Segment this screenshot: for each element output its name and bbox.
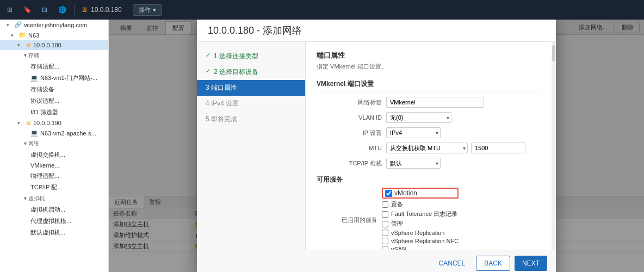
sidebar-vswitch[interactable]: 虚拟交换机... [0,149,108,160]
vcenter-label: vcenter.johnnyfang.com [24,22,87,28]
protocol-adapter-label: 协议适配... [30,97,59,105]
sidebar-default-vm[interactable]: 默认虚拟机... [0,227,108,238]
host-name: 10.0.0.180 [91,6,122,14]
dropdown-icon: ▾ [153,7,156,14]
mtu-value: 从交换机获取 MTU 手动 [386,143,541,153]
actions-label: 操作 [139,6,151,14]
home-icon[interactable]: ⊞ [4,4,15,15]
vm1-label: N63-vm1-门户网站-... [40,74,97,82]
chevron-icon: ▾ [17,120,23,126]
vlan-id-row: VLAN ID 无(0) [317,112,541,123]
sidebar-host-190[interactable]: ▾ 🖥 10.0.0.190 [0,118,108,128]
tcpip-select[interactable]: 默认 [386,158,441,169]
content-area: ▾ 🔗 vcenter.johnnyfang.com ▾ 📁 N63 ▾ 🖥 1… [0,20,644,272]
toolbar-actions: 操作 ▾ [133,4,162,16]
sidebar-io-filter[interactable]: I/O 筛选器 [0,107,108,118]
sidebar-vm-startup[interactable]: 虚拟机启动... [0,204,108,215]
sidebar-vm2[interactable]: 💻 N63-vm2-apache-s... [0,128,108,138]
network-label-row: 网络标签 [317,97,541,108]
checkboxes-col: vMotion 置备 [382,188,459,250]
vm2-label: N63-vm2-apache-s... [40,130,96,137]
wizard-content: 端口属性 指定 VMkernel 端口设置。 VMkernel 端口设置 网络标… [306,42,552,250]
ip-settings-row: IP 设置 IPv4 IPv6 [317,127,541,138]
main-panel: 摘要 监控 配置 权限 虚拟机 数据存储 网络 添加网络... 删除 近期任务 … [109,20,644,272]
sidebar-agent-vm[interactable]: 代理虚拟机模... [0,215,108,227]
tcpip-label: TCP/IP 配... [30,183,62,191]
sidebar-vmkernel[interactable]: VMkerne... [0,160,108,170]
step-3-label: 3 端口属性 [206,83,237,92]
step-3[interactable]: 3 端口属性 [197,80,305,96]
chevron-down-icon: ▾ [17,42,23,48]
provisioning-checkbox[interactable] [382,201,388,208]
ip-settings-select[interactable]: IPv4 IPv6 [386,127,441,138]
cancel-button[interactable]: CANCEL [432,256,472,271]
step-5[interactable]: 5 即将完成 [197,112,305,127]
step-4-label: 4 IPv4 设置 [206,99,239,108]
step-1[interactable]: ✓ 1 选择连接类型 [197,48,305,64]
sidebar-host-180[interactable]: ▾ 🖥 10.0.0.180 [0,40,108,50]
mtu-select[interactable]: 从交换机获取 MTU 手动 [386,143,468,153]
management-checkbox[interactable] [382,221,388,227]
section-title: 端口属性 [317,51,541,60]
mtu-input[interactable] [471,143,525,153]
vsphere-replication-checkbox[interactable] [382,230,388,236]
tcpip-label: TCP/IP 堆栈 [317,159,382,168]
vlan-id-select[interactable]: 无(0) [386,112,451,123]
actions-button[interactable]: 操作 ▾ [133,4,162,16]
modal-header: 10.0.0.180 - 添加网络 [197,20,556,42]
step-4[interactable]: 4 IPv4 设置 [197,96,305,112]
sidebar-n63[interactable]: ▾ 📁 N63 [0,30,108,40]
vsphere-replication-item: vSphere Replication [382,230,459,236]
bookmark-icon[interactable]: 🔖 [22,4,33,15]
sidebar: ▾ 🔗 vcenter.johnnyfang.com ▾ 📁 N63 ▾ 🖥 1… [0,20,109,272]
ft-logging-checkbox[interactable] [382,211,388,218]
enabled-services-row: 已启用的服务 vMotion [317,188,541,250]
tcpip-select-wrapper: 默认 [386,158,441,169]
management-item: 管理 [382,220,459,228]
vmotion-checkbox[interactable] [385,190,392,197]
ft-logging-label: Fault Tolerance 日志记录 [391,210,457,218]
services-section: 可用服务 已启用的服务 vMotion [317,175,541,250]
host-180-label: 10.0.0.180 [33,42,61,48]
tcpip-value: 默认 [386,158,541,169]
tcpip-row: TCP/IP 堆栈 默认 [317,158,541,169]
host-icon: 🖥 [25,120,31,126]
physical-adapter-label: 物理适配... [30,172,59,180]
check-icon: ✓ [206,67,210,75]
sidebar-physical-adapter[interactable]: 物理适配... [0,170,108,182]
storage-device-label: 存储设备 [30,85,54,94]
sidebar-vm1[interactable]: 💻 N63-vm1-门户网站-... [0,72,108,84]
vswitch-label: 虚拟交换机... [30,151,65,159]
network-label-label: 网络标签 [317,98,382,107]
check-icon: ✓ [206,52,210,59]
scrollbar[interactable] [552,42,556,250]
network-label-input[interactable] [386,97,484,108]
next-button[interactable]: NEXT [515,256,547,271]
vsphere-replication-label: vSphere Replication [391,230,444,236]
vlan-select-wrapper: 无(0) [386,112,451,123]
sidebar-protocol-adapter[interactable]: 协议适配... [0,95,108,107]
step-2-label: 2 选择目标设备 [214,67,258,77]
sidebar-vcenter[interactable]: ▾ 🔗 vcenter.johnnyfang.com [0,20,108,30]
ip-settings-value: IPv4 IPv6 [386,127,541,138]
chevron-down-icon: ▾ [7,22,12,28]
sidebar-storage-device[interactable]: 存储设备 [0,84,108,95]
host-icon: 🖥 [25,42,31,48]
folder-icon: 📁 [18,32,26,39]
sidebar-storage-section: ▾ 存储 [0,50,108,61]
sidebar-tcpip[interactable]: TCP/IP 配... [0,182,108,193]
modal-title: 10.0.0.180 - 添加网络 [208,24,545,37]
grid-icon[interactable]: ⊟ [39,4,50,15]
vsphere-replication-nfc-checkbox[interactable] [382,238,388,244]
globe-icon[interactable]: 🌐 [57,4,67,15]
vsan-checkbox[interactable] [382,246,388,250]
vsan-item: vSAN [382,246,459,250]
step-2[interactable]: ✓ 2 选择目标设备 [197,64,305,80]
back-button[interactable]: BACK [476,256,510,271]
sidebar-storage-adapter[interactable]: 存储适配... [0,61,108,72]
toolbar: ⊞ 🔖 ⊟ 🌐 🖥 10.0.0.180 操作 ▾ [0,0,644,20]
host-title: 🖥 10.0.0.180 [81,6,122,14]
io-filter-label: I/O 筛选器 [30,108,58,116]
vcenter-icon: 🔗 [14,21,22,28]
modal-footer: CANCEL BACK NEXT [197,250,556,272]
